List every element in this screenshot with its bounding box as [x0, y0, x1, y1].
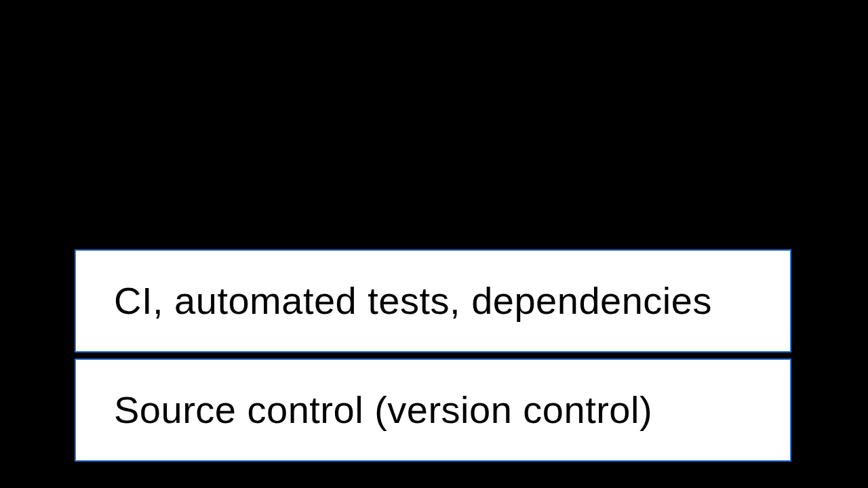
slide-stage: CI, automated tests, dependencies Source…	[0, 0, 868, 488]
layer-box-ci-label: CI, automated tests, dependencies	[114, 280, 712, 322]
layer-box-source-control-label: Source control (version control)	[114, 389, 652, 431]
layer-box-source-control: Source control (version control)	[75, 359, 791, 462]
layer-box-ci: CI, automated tests, dependencies	[75, 249, 791, 352]
